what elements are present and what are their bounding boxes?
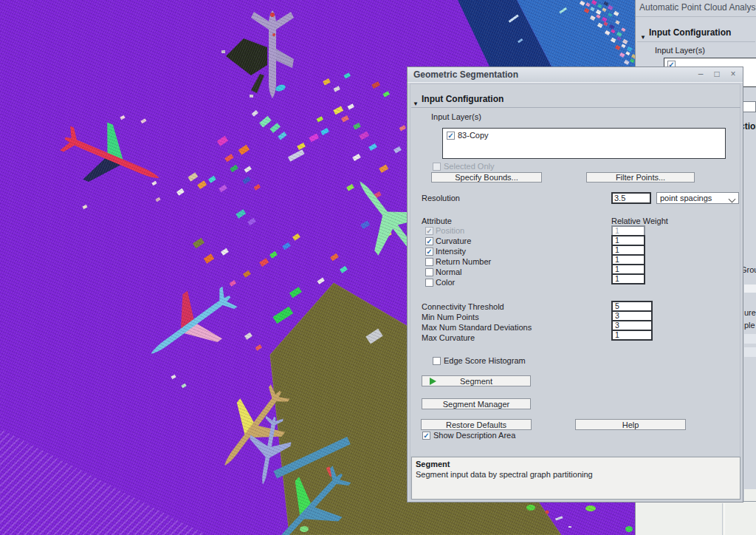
application-window: Automatic Point Cloud Analysis ▼ Input C… [0,0,756,535]
attribute-checkbox-normal[interactable] [425,268,433,276]
weight-input-color[interactable]: 1 [611,273,645,284]
max-curvature-label: Max Curvature [422,333,475,342]
relative-weight-column-label: Relative Weight [611,217,668,225]
run-play-icon [430,378,436,385]
segment-button[interactable]: Segment [422,375,531,386]
attribute-label-curvature: Curvature [436,236,471,245]
selected-only-checkbox[interactable] [433,163,441,171]
clipped-row [744,334,756,344]
separator [637,41,755,42]
attribute-label-intensity: Intensity [436,247,466,256]
segmented-airplane-top [226,10,294,98]
clipped-row [744,347,756,357]
segmented-airplane-blue [134,273,247,378]
section-input-configuration[interactable]: Input Configuration [422,94,504,104]
resolution-units-value: point spacings [660,194,712,202]
dialog-titlebar[interactable]: Geometric Segmentation – □ × [408,67,743,83]
segment-button-label: Segment [460,377,492,386]
dialog-title: Geometric Segmentation [413,69,518,80]
divider [722,503,725,535]
description-area: Segment Segment input data by spectral g… [411,457,740,500]
selected-only-label: Selected Only [444,162,494,171]
attribute-label-position: Position [436,226,464,235]
maximize-icon[interactable]: □ [710,69,724,80]
clipped-label-fragment: ple [744,321,756,330]
attribute-column-label: Attribute [422,217,452,225]
separator [636,16,756,17]
connectivity-threshold-label: Connectivity Threshold [422,302,504,311]
clipped-input-field [741,101,756,112]
attribute-checkbox-curvature[interactable] [425,237,433,245]
max-num-standard-deviations-label: Max Num Standard Deviations [422,323,532,332]
segmented-airplane-red [53,109,171,206]
clipped-description-corner [744,489,756,502]
show-description-area-label: Show Description Area [433,431,515,440]
restore-defaults-button[interactable]: Restore Defaults [421,419,532,430]
attribute-checkbox-return-number[interactable] [425,258,433,266]
segment-manager-button[interactable]: Segment Manager [422,398,531,409]
attribute-checkbox-position[interactable] [425,227,433,235]
minimize-icon[interactable]: – [694,69,707,80]
attribute-checkbox-intensity[interactable] [425,248,433,256]
show-description-area-checkbox[interactable] [422,432,430,440]
side-panel-section-input-configuration[interactable]: Input Configuration [649,27,731,38]
close-icon[interactable]: × [726,69,740,80]
layer-listbox[interactable]: 83-Copy [442,128,726,159]
side-panel-title: Automatic Point Cloud Analysis [639,2,756,13]
attribute-label-color: Color [436,278,455,287]
attribute-label-normal: Normal [436,268,461,276]
side-panel-description-area [636,501,756,535]
collapse-triangle-icon: ▼ [640,29,646,42]
layer-item-checkbox[interactable] [447,132,455,140]
resolution-input[interactable]: 3.5 [611,192,651,204]
clipped-row [744,284,756,293]
description-title: Segment [416,460,736,468]
max-curvature-input[interactable]: 1 [611,330,653,341]
chevron-down-icon [729,196,736,203]
specify-bounds-button[interactable]: Specify Bounds... [431,172,542,183]
input-layers-label: Input Layer(s) [431,112,481,121]
attribute-checkbox-color[interactable] [425,279,433,287]
layer-item-label[interactable]: 83-Copy [458,131,489,140]
relative-weight-inputs: 1 1 1 1 1 1 [611,225,645,284]
parameter-inputs: 5 3 3 1 [611,301,653,341]
geometric-segmentation-dialog: Geometric Segmentation – □ × ▼ Input Con… [407,67,743,502]
resolution-label: Resolution [422,194,460,202]
resolution-units-dropdown[interactable]: point spacings [656,192,739,204]
clipped-label-fragment: ure [744,308,756,317]
attribute-label-return-number: Return Number [436,257,491,266]
edge-score-histogram-label: Edge Score Histogram [444,356,526,365]
min-num-points-label: Min Num Points [422,313,479,321]
filter-points-button[interactable]: Filter Points... [586,172,695,183]
description-body: Segment input data by spectral graph par… [416,470,736,479]
separator [411,107,740,108]
edge-score-histogram-checkbox[interactable] [433,357,441,365]
help-button[interactable]: Help [575,419,686,430]
side-panel-input-layers-label: Input Layer(s) [655,46,705,55]
